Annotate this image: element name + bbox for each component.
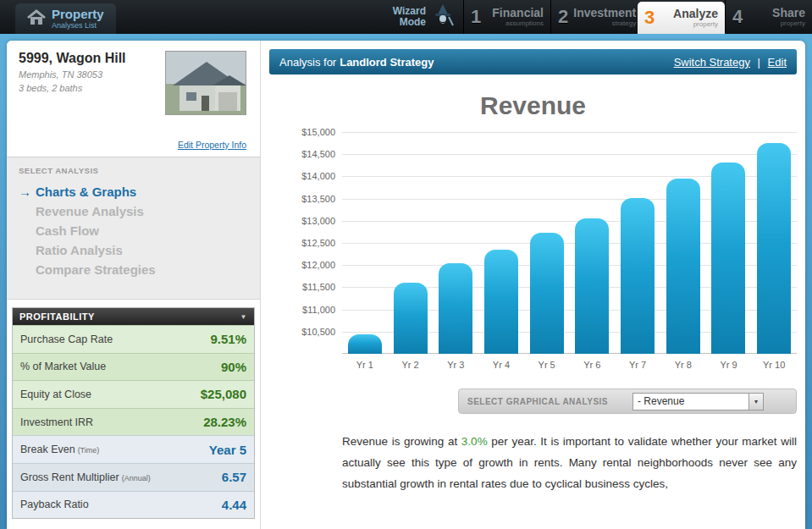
edit-strategy-link[interactable]: Edit — [768, 56, 787, 69]
bar-cell — [433, 132, 478, 354]
y-tick-label: $11,000 — [302, 305, 335, 315]
bar-yr-6 — [575, 218, 609, 354]
graphical-analysis-dropdown[interactable]: - Revenue ▼ — [632, 393, 764, 411]
row-equity-at-close: Equity at Close $25,080 — [13, 380, 254, 408]
row-sublabel: (Annual) — [122, 474, 151, 482]
step-4-number: 4 — [732, 6, 743, 28]
row-label: Equity at Close — [20, 388, 91, 400]
chart-plot — [342, 132, 797, 354]
row-label: Payback Ratio — [20, 499, 89, 510]
x-tick-label: Yr 5 — [524, 360, 570, 370]
paragraph-part1: Revenue is growing at — [342, 435, 461, 448]
x-tick-label: Yr 8 — [660, 360, 706, 370]
bar-cell — [524, 132, 570, 354]
step-1-sublabel: assumptions — [505, 20, 544, 27]
property-photo — [165, 51, 246, 115]
wizard-mode-toggle[interactable]: Wizard Mode — [393, 0, 463, 34]
switch-strategy-link[interactable]: Switch Strategy — [674, 56, 750, 69]
x-tick-label: Yr 6 — [570, 360, 616, 370]
select-analysis-header: SELECT ANALYSIS — [19, 166, 248, 175]
sidebar-item-label: Ratio Analysis — [36, 243, 123, 257]
tab-step-1-financial[interactable]: 1 Financial assumptions — [463, 0, 550, 34]
row-break-even: Break Even(Time) Year 5 — [13, 435, 254, 463]
chevron-down-icon: ▼ — [240, 313, 247, 321]
tab-step-2-investment[interactable]: 2 Investment strategy — [550, 0, 638, 34]
x-tick-label: Yr 7 — [615, 360, 660, 370]
dropdown-arrow-icon[interactable]: ▼ — [748, 394, 763, 410]
strategy-name: Landlord Strategy — [340, 56, 434, 69]
sidebar-item-cash-flow[interactable]: Cash Flow — [19, 221, 248, 240]
x-tick-label: Yr 4 — [478, 360, 524, 370]
step-3-number: 3 — [644, 7, 655, 29]
sidebar-item-label: Compare Strategies — [36, 262, 156, 277]
y-tick-label: $14,500 — [301, 149, 335, 159]
profitability-header-label: PROFITABILITY — [19, 311, 95, 322]
chart-title: Revenue — [269, 91, 797, 120]
row-value: Year 5 — [209, 443, 246, 457]
sidebar-item-compare-strategies[interactable]: Compare Strategies — [19, 260, 248, 279]
row-label: Gross Rent Multiplier — [20, 471, 119, 483]
x-axis: Yr 1Yr 2Yr 3Yr 4Yr 5Yr 6Yr 7Yr 8Yr 9Yr 1… — [342, 360, 797, 370]
row-value: 28.23% — [203, 415, 246, 429]
row-value: 90% — [221, 360, 246, 374]
select-analysis-section: SELECT ANALYSIS →Charts & Graphs Revenue… — [7, 157, 260, 300]
edit-property-info-link[interactable]: Edit Property Info — [178, 140, 246, 150]
row-investment-irr: Investment IRR 28.23% — [13, 408, 254, 436]
tab-step-4-share[interactable]: 4 Share property — [725, 0, 812, 34]
top-navigation-bar: Property Analyses List Wizard Mode 1 Fin… — [0, 0, 812, 34]
bar-yr-9 — [711, 163, 745, 354]
row-label: Investment IRR — [20, 416, 93, 428]
sidebar-item-revenue-analysis[interactable]: Revenue Analysis — [19, 201, 248, 221]
bars-row — [342, 132, 797, 354]
sidebar-item-label: Charts & Graphs — [36, 185, 136, 199]
bar-yr-2 — [394, 283, 428, 354]
sidebar: 5999, Wagon Hill Memphis, TN 38053 3 bed… — [7, 41, 261, 529]
profitability-header[interactable]: PROFITABILITY ▼ — [13, 308, 254, 325]
y-tick-label: $13,000 — [301, 216, 335, 226]
revenue-description-paragraph: Revenue is growing at 3.0% per year. It … — [342, 431, 797, 494]
property-tab[interactable]: Property Analyses List — [15, 3, 116, 34]
x-tick-label: Yr 9 — [706, 360, 752, 370]
y-tick-label: $15,000 — [301, 127, 335, 137]
x-tick-label: Yr 1 — [342, 360, 388, 370]
sidebar-item-label: Revenue Analysis — [36, 204, 144, 218]
link-separator: | — [758, 56, 760, 69]
sidebar-item-charts-graphs[interactable]: →Charts & Graphs — [19, 182, 248, 201]
strategy-header-bar: Analysis for Landlord Strategy Switch St… — [269, 49, 797, 74]
tab-step-3-analyze[interactable]: 3 Analyze property — [638, 2, 725, 34]
step-3-label: Analyze — [673, 8, 718, 19]
sidebar-item-label: Cash Flow — [36, 223, 99, 238]
bar-cell — [342, 132, 388, 354]
x-tick-label: Yr 3 — [433, 360, 478, 370]
row-value: 6.57 — [222, 470, 246, 484]
step-2-label: Investment — [573, 7, 636, 19]
main-content: Analysis for Landlord Strategy Switch St… — [261, 41, 805, 529]
row-gross-rent-multiplier: Gross Rent Multiplier(Annual) 6.57 — [13, 463, 254, 491]
property-tab-sublabel: Analyses List — [52, 22, 104, 30]
bar-yr-7 — [621, 198, 655, 354]
y-tick-label: $10,500 — [301, 327, 335, 337]
step-2-sublabel: strategy — [612, 20, 636, 27]
step-2-number: 2 — [558, 6, 568, 28]
step-tabs: 1 Financial assumptions 2 Investment str… — [463, 0, 812, 34]
sidebar-item-ratio-analysis[interactable]: Ratio Analysis — [19, 240, 248, 260]
y-tick-label: $12,000 — [301, 260, 335, 270]
y-tick-label: $12,500 — [301, 238, 335, 248]
analysis-for-label: Analysis for — [279, 56, 336, 69]
wizard-icon — [431, 3, 455, 30]
property-tab-label: Property — [52, 8, 104, 20]
x-tick-label: Yr 2 — [388, 360, 434, 370]
property-card: 5999, Wagon Hill Memphis, TN 38053 3 bed… — [7, 41, 260, 157]
step-4-label: Share — [772, 7, 805, 19]
bar-cell — [570, 132, 616, 354]
row-label: Break Even — [20, 444, 75, 455]
bar-cell — [615, 132, 660, 354]
bar-yr-4 — [484, 250, 518, 354]
bar-cell — [660, 132, 706, 354]
bar-cell — [478, 132, 524, 354]
revenue-chart: $15,000$14,500$14,000$13,500$13,000$12,5… — [293, 132, 797, 370]
bar-yr-3 — [439, 263, 472, 354]
y-tick-label: $14,000 — [301, 171, 335, 181]
bar-yr-8 — [666, 179, 700, 354]
row-value: $25,080 — [201, 387, 246, 401]
